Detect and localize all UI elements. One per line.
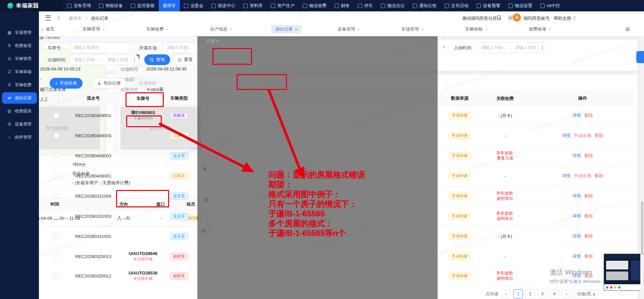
close-tab-icon[interactable]: × [102,27,105,32]
sidebar-item-fee-report[interactable]: ▤收费报表 [0,105,39,117]
entry-end-input[interactable] [514,45,540,50]
select-all-checkbox[interactable] [54,96,59,101]
tab-vehicle-fee[interactable]: 车辆收费× [146,26,169,32]
row-checkbox[interactable] [54,173,59,179]
community-selector[interactable]: 测试德玛西亚社区 ∨ [462,15,501,21]
plate-input[interactable] [73,45,128,50]
nav-item-culture[interactable]: 文化活动 [441,0,473,11]
delete-link[interactable]: 删除 [584,253,593,259]
manual-add-button[interactable]: +手动补录 [50,78,83,89]
page-1[interactable]: 1 [513,289,523,299]
close-tab-icon[interactable]: × [485,27,488,32]
detail-link[interactable]: 详情 [572,193,581,199]
nav-item-property-settings[interactable]: 物业设置 [504,0,536,11]
scrollbar-thumb[interactable] [641,201,643,255]
row-checkbox[interactable] [54,193,59,199]
side-widget-button[interactable] [636,51,644,63]
tab-lot-management[interactable]: 车场管理× [401,26,424,32]
sidebar-item-access-records[interactable]: ⇄进出记录 [2,92,37,104]
delete-link[interactable]: 删除 [584,193,593,199]
nav-item-monitor[interactable]: 监控面板 [127,0,159,11]
delete-link[interactable]: 删除 [584,233,593,239]
row-checkbox[interactable] [54,133,59,138]
close-tab-icon[interactable]: × [549,27,551,32]
plate-number[interactable]: UIAUTO28538 [129,270,157,276]
manual-exit-link[interactable]: 手动出场 [574,133,591,139]
delete-link[interactable]: 删除 [595,173,603,179]
page-4[interactable]: 4 [550,289,559,299]
collapse-menu-icon[interactable] [46,15,51,20]
plate-number[interactable]: UIAUTO28646 [129,251,157,256]
nav-item-property-office[interactable]: 物业办公 [377,0,409,11]
account-name[interactable]: 德玛西亚账号 [524,15,550,21]
exit-start-input[interactable] [73,57,99,62]
nav-item-property-fee[interactable]: 物业收费 [299,0,331,11]
detail-link[interactable]: 详情 [562,173,571,179]
batch-delete-button[interactable]: 批量删除 [134,78,162,89]
nav-item-smart-device[interactable]: 智能设备 [95,0,127,11]
export-records-button[interactable]: 导出记录 [91,78,127,89]
nav-item-assets[interactable]: 资产住户 [267,0,299,11]
page-size-select[interactable]: 10条/页 ∨ [574,289,599,299]
bell-icon[interactable] [496,14,502,21]
reset-button[interactable]: 重置 [172,54,198,65]
nav-item-new-parking[interactable]: 新停车 [159,0,180,11]
tab-fee-standard[interactable]: 收费标准× [529,26,551,32]
detail-link[interactable]: 详情 [572,213,581,219]
nav-item-finance[interactable]: 财务 [331,0,354,11]
select-chevron-icon[interactable]: ∨ [442,45,445,49]
scrollbar-track[interactable] [640,36,644,299]
close-tab-icon[interactable]: × [421,27,424,32]
sidebar-item-vehicle-management[interactable]: ⊟车辆管理 [0,53,39,64]
row-checkbox[interactable] [54,254,59,259]
delete-link[interactable]: 删除 [584,112,593,118]
detail-link[interactable]: 详情 [562,133,571,139]
manual-exit-link[interactable]: 手动出场 [574,173,591,179]
search-button[interactable]: 查询 [144,54,170,65]
breadcrumb-section[interactable]: 新停车 [69,16,82,21]
delete-link[interactable]: 删除 [595,133,603,139]
delete-link[interactable]: 删除 [584,213,593,219]
row-checkbox[interactable] [54,113,59,118]
sidebar-item-lot-management[interactable]: ▦车场管理 [0,27,39,38]
avatar[interactable]: 德 [513,13,521,21]
nav-item-business[interactable]: 业务受理 [63,0,95,11]
nav-item-device-alarm[interactable]: 设备预警 [473,0,504,11]
sidebar-item-booth-management[interactable]: ⌂岗亭管理 [0,132,39,143]
detail-link[interactable]: 详情 [572,233,581,239]
tab-vehicle-management[interactable]: 车辆管理× [83,26,105,32]
detail-link[interactable]: 详情 [572,153,581,159]
next-page-icon[interactable]: › [562,289,571,299]
tab-resident-info[interactable]: 住户信息× [210,26,233,32]
home-icon[interactable]: ⌂ [57,14,60,20]
row-checkbox[interactable] [54,234,59,239]
page-2[interactable]: 2 [526,289,535,299]
app-logo[interactable]: 幸福家园 [0,0,63,11]
tab-grid-icon[interactable]: ⊞ [626,26,630,32]
tab-access-records[interactable]: 进出记录× [271,25,302,34]
close-tab-icon[interactable]: × [166,27,169,32]
help-docs-link[interactable]: 帮助文档《 [554,15,576,21]
tab-vehicle-audit[interactable]: 车辆审核× [465,26,488,32]
screen-preview-window[interactable] [604,254,644,291]
close-tab-icon[interactable]: × [295,27,298,32]
nav-item-iot[interactable]: iot中控 [536,0,564,11]
row-checkbox[interactable] [54,273,59,279]
detail-link[interactable]: 详情 [572,112,581,118]
sidebar-item-device-management[interactable]: ⊞设备管理 [0,118,39,130]
entry-start-input[interactable] [481,45,506,50]
nav-item-parking[interactable]: 停车 [354,0,377,11]
detail-link[interactable]: 详情 [572,253,581,259]
tab-home[interactable]: ⌂首页 [41,26,55,32]
row-checkbox[interactable] [54,153,59,158]
delete-link[interactable]: 删除 [584,153,593,159]
calendar-icon[interactable] [134,57,135,63]
sidebar-item-vehicle-fee[interactable]: $车辆收费 [0,79,39,91]
close-tab-icon[interactable]: × [357,27,360,32]
prev-page-icon[interactable]: ‹ [501,289,511,299]
nav-item-push-center[interactable]: 推送中心 [207,0,239,11]
nav-item-notice[interactable]: 通知公告 [409,0,441,11]
nav-item-library[interactable]: 资料库 [239,0,267,11]
page-3[interactable]: 3 [538,289,547,299]
close-tab-icon[interactable]: × [230,27,233,32]
